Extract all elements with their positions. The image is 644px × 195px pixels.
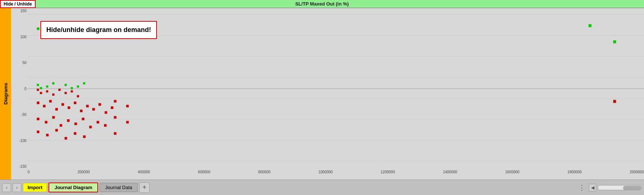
svg-rect-63 [97,121,99,124]
add-tab-button[interactable]: + [139,182,150,193]
callout-text: Hide/unhide diagram on demand! [46,26,151,33]
menu-dots-button[interactable]: ⋮ [576,184,587,192]
svg-rect-26 [52,82,54,84]
svg-rect-76 [613,100,616,103]
svg-rect-32 [588,24,591,27]
svg-rect-28 [65,84,67,86]
chart-area: 150 100 50 0 -50 -100 -150 [11,8,644,180]
svg-rect-33 [613,40,616,43]
svg-rect-62 [89,126,92,128]
svg-rect-72 [126,105,129,107]
y-label-150: 150 [20,9,26,13]
x-label-1600k: 1600000 [505,170,519,174]
svg-rect-56 [45,121,47,124]
svg-rect-52 [99,103,101,106]
svg-rect-66 [46,134,49,136]
x-label-1m: 1000000 [318,170,333,174]
svg-rect-75 [114,132,117,135]
svg-rect-59 [67,119,69,122]
y-axis: 150 100 50 0 -50 -100 -150 [11,8,28,169]
x-label-600k: 600000 [198,170,210,174]
svg-rect-30 [77,85,79,88]
callout-box: Hide/unhide diagram on demand! [40,21,157,39]
svg-rect-58 [60,124,62,127]
svg-rect-47 [68,106,70,109]
x-label-800k: 800000 [258,170,270,174]
y-label-100: 100 [20,35,26,39]
svg-rect-70 [83,135,86,138]
svg-rect-34 [37,89,39,91]
svg-rect-23 [37,84,39,86]
svg-rect-41 [77,95,79,98]
svg-rect-61 [82,118,85,120]
svg-rect-36 [46,90,48,92]
svg-rect-49 [80,110,83,112]
main-area: Diagrams 150 100 50 0 -50 -100 -150 [0,8,644,180]
y-label-50: 50 [22,61,26,65]
svg-rect-37 [52,93,54,96]
tab-journal-data[interactable]: Journal Data [100,183,138,192]
svg-rect-31 [83,82,85,84]
nav-back-button[interactable]: ‹ [2,183,11,192]
x-label-1800k: 1800000 [568,170,582,174]
x-label-0: 0 [28,170,30,174]
nav-forward-button[interactable]: › [12,183,21,192]
svg-rect-25 [46,85,48,88]
x-label-2m: 2000000 [630,170,644,174]
svg-rect-46 [61,103,64,106]
tab-journal-diagram[interactable]: Journal Diagram [49,182,98,192]
chart-title: SL/TP Maxed Out (in %) [295,1,349,7]
svg-rect-48 [74,102,76,104]
svg-rect-44 [49,100,52,103]
y-label-neg100: -100 [19,139,26,143]
sidebar-label: Diagrams [3,83,8,104]
x-axis: 0 200000 400000 600000 800000 1000000 12… [28,169,644,180]
svg-rect-29 [71,87,73,89]
sidebar: Diagrams [0,8,11,180]
bottom-bar: ‹ › Import Journal Diagram Journal Data … [0,180,644,195]
svg-rect-67 [55,129,58,132]
svg-rect-40 [71,90,73,92]
svg-rect-43 [43,105,46,107]
x-label-400k: 400000 [138,170,150,174]
svg-rect-24 [40,87,42,89]
svg-rect-54 [111,106,113,109]
x-label-1200k: 1200000 [381,170,395,174]
svg-rect-50 [86,105,89,107]
x-label-200k: 200000 [78,170,90,174]
svg-rect-53 [105,111,107,114]
hide-unhide-button[interactable]: Hide / Unhide [0,0,36,8]
scrollbar-track[interactable] [598,185,642,190]
y-label-neg50: -50 [21,113,26,117]
import-button[interactable]: Import [23,183,47,192]
svg-rect-38 [58,89,61,91]
svg-rect-68 [65,137,67,139]
svg-rect-51 [92,108,95,111]
svg-rect-74 [126,121,129,124]
svg-rect-55 [37,118,39,120]
x-label-1400k: 1400000 [443,170,457,174]
svg-rect-64 [104,124,107,127]
svg-rect-65 [37,131,39,133]
svg-rect-9 [37,28,39,30]
y-label-0: 0 [24,87,26,91]
y-label-neg150: -150 [19,164,26,169]
svg-rect-42 [37,102,39,104]
svg-rect-69 [74,132,76,135]
app-container: Hide / Unhide SL/TP Maxed Out (in %) Dia… [0,0,644,195]
svg-rect-71 [114,100,117,103]
svg-rect-35 [40,92,42,94]
svg-rect-45 [55,108,58,111]
top-bar: Hide / Unhide SL/TP Maxed Out (in %) [0,0,644,8]
svg-rect-39 [65,92,67,94]
svg-rect-57 [52,116,55,118]
svg-rect-73 [114,116,117,118]
scroll-left-button[interactable]: ◀ [589,184,596,191]
svg-rect-60 [74,123,77,125]
scrollbar-thumb [623,186,641,190]
